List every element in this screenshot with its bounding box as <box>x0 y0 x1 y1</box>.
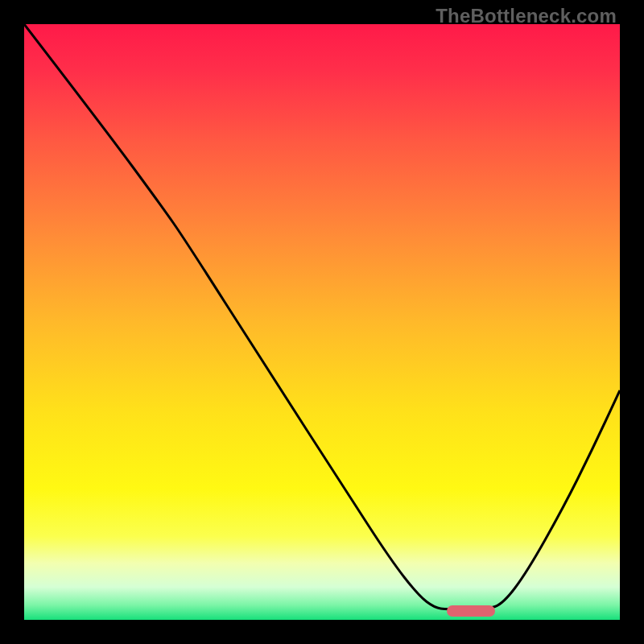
gradient-background <box>24 24 620 620</box>
bottleneck-chart <box>24 24 620 620</box>
optimal-marker <box>447 605 495 617</box>
chart-frame <box>24 24 620 620</box>
